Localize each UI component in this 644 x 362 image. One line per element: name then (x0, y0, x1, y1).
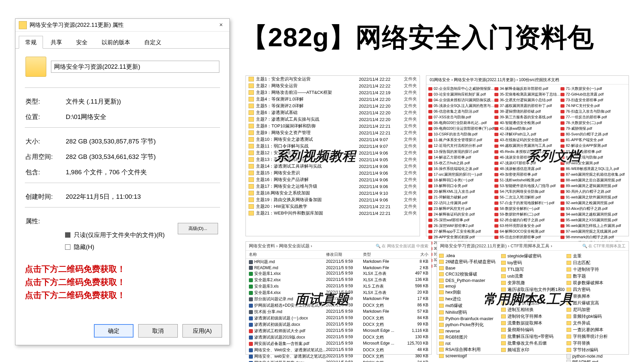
table-row[interactable]: 安全题库2.xlsx2022/11/5 9:59XLSX 工作表136 KB (246, 277, 431, 283)
list-item[interactable]: 主题9：网络安全之资产管理2022/11/4 22:21文件夹 (246, 129, 420, 136)
pdf-item[interactable]: 88-web漏洞之后台器漏洞挖掘.pdf (560, 177, 627, 183)
list-item[interactable]: steghide爆破密码 (501, 253, 565, 259)
pdf-item[interactable]: 85-web安全漏洞.pdf (560, 160, 627, 166)
pdf-item[interactable]: 04-企业级未授权访问漏洞防御实践.pdf (428, 97, 494, 103)
pdf-item[interactable]: 96-web漏洞怎样线上上作漏洞.pdf (560, 223, 627, 229)
pdf-item[interactable]: 07-XSS攻击与防御.pdf (428, 114, 494, 120)
table-row[interactable]: README.md2022/11/5 9:59Markdown File2 KB (246, 265, 431, 270)
list-item[interactable]: 进制转化字符脚本 (501, 313, 565, 320)
pdf-item[interactable]: 02-企业应急响应中心之威胁情报探索.pdf (428, 86, 494, 92)
pdf-item[interactable]: 34-解释金融反欺诈部那些.pdf (494, 86, 560, 92)
table-row[interactable]: 网安面试必备题集—含答案.pdf2022/11/5 9:59Microsoft … (246, 341, 431, 347)
pdf-item[interactable]: 42-详解XPath注入.pdf (494, 131, 560, 137)
pdf-item[interactable]: 87-web漏洞挖掘之机箱信息收集.pdf (560, 172, 627, 177)
pdf-item[interactable]: 48-浅谈敏感信息泄露.pdf (494, 166, 560, 172)
list-item[interactable]: 26键盘密码-手机键盘密码 (439, 258, 499, 265)
table-row[interactable]: 网络安全、web安全、渗透测试之笔试总...2022/11/5 9:59DOCX… (246, 353, 431, 360)
list-item[interactable]: 主题18.网络安全之系统加固2022/11/4 9:10文件夹 (246, 190, 420, 196)
column-header[interactable]: 修改日期 (326, 252, 363, 257)
pdf-item[interactable]: 74-NFC支付安全.pdf (560, 103, 627, 109)
list-item[interactable]: 频域盲水印 (501, 347, 565, 353)
pdf-item[interactable]: 94-web漏洞之越权漏洞挖掘.pdf (560, 212, 627, 217)
list-item[interactable]: reverse (439, 328, 499, 334)
pdf-item[interactable]: 40-智能通信安全检测.pdf (494, 120, 560, 126)
pdf-item[interactable]: 64-解释DOCO安全检测.pdf (494, 229, 560, 234)
tab-1[interactable]: 共享 (44, 36, 68, 49)
pdf-item[interactable]: 03-论安全漏洞响应机制扩展.pdf (428, 92, 494, 97)
list-item[interactable]: 主题14：渗透测试工具讲解与实战2022/11/4 9:06文件夹 (246, 163, 420, 170)
list-item[interactable]: DES_Python-master (439, 278, 499, 283)
list-item[interactable]: 一查比赛的脚本 (567, 326, 627, 333)
table-row[interactable]: 部分面试问题记录.md2022/11/5 9:59Markdown File17… (246, 296, 431, 302)
pdf-item[interactable]: 19-解释弱口令类.pdf (428, 183, 494, 189)
table-row[interactable]: 护网面试题精选+DD安全工程师笔试问...2022/11/5 9:59DOCX … (246, 302, 431, 309)
list-item[interactable]: 主题5：等保测评2.0详解2022/11/4 22:20文件夹 (246, 103, 420, 109)
pdf-item[interactable]: 86-WEB敏感泄露之SQL注入.pdf (560, 166, 627, 172)
list-item[interactable]: 主题4：等保测评1.0详解2022/11/4 22:20文件夹 (246, 96, 420, 103)
pdf-item[interactable]: 46-浅谈安全那些事.pdf (494, 155, 560, 160)
list-item[interactable]: 数字题 (567, 273, 627, 280)
pdf-item[interactable]: 14-解读乙方那些事.pdf (428, 155, 494, 160)
list-item[interactable]: Python-Brainfuck-master (439, 316, 499, 321)
table-row[interactable]: 渗透测试面试题2019版.docx2022/11/5 9:59DOCX 文档13… (246, 334, 431, 341)
list-item[interactable]: Base (439, 265, 499, 271)
table-row[interactable]: 安全题库1.xlsx2022/11/5 9:59XLSX 工作表497 KB (246, 270, 431, 277)
table-row[interactable]: 安全题库3.xls2022/11/5 9:59XLS 工作表598 KB (246, 283, 431, 290)
list-item[interactable]: 主题3：网络攻击前沿——ATT&CK框架2022/11/4 22:19文件夹 (246, 89, 420, 96)
ok-button[interactable]: 确定 (94, 324, 133, 338)
pdf-item[interactable]: 26-深挖WAF那些事2.pdf (428, 223, 494, 229)
list-item[interactable]: 曼彻斯特编码 (501, 326, 565, 333)
list-item[interactable]: hex倒叙 (439, 289, 499, 296)
pdf-item[interactable]: 11-账户体系安全管理探讨.pdf (428, 137, 494, 143)
hidden-checkbox[interactable] (65, 244, 70, 250)
list-item[interactable]: 四方密码 (567, 286, 627, 293)
pdf-item[interactable]: 91-web漏洞之软件漏洞挖掘.pdf (560, 194, 627, 200)
tab-2[interactable]: 安全 (70, 36, 94, 49)
list-item[interactable]: usb流量 (501, 273, 565, 280)
pdf-item[interactable]: 21-辩解能力破解.pdf (428, 194, 494, 200)
pdf-item[interactable]: 65-日志分析的那些事.pdf (494, 234, 560, 240)
readonly-checkbox[interactable] (65, 232, 70, 238)
pdf-item[interactable]: 24-解释验证码的安全.pdf (428, 212, 494, 217)
close-icon[interactable]: × (213, 19, 229, 32)
column-header[interactable]: 名称 (249, 252, 326, 257)
cancel-button[interactable]: 取消 (138, 324, 178, 338)
list-item[interactable]: hex进位 (439, 296, 499, 302)
list-item[interactable]: python-Picke序列化 (439, 321, 499, 328)
pdf-item[interactable]: 95-web漏洞之XSS漏洞挖掘.pdf (560, 217, 627, 223)
list-item[interactable]: 谍战-替换音源后 (501, 300, 565, 306)
list-item[interactable]: 主题19：路由交换及网络设备加固2022/11/4 9:06文件夹 (246, 196, 420, 203)
pdf-item[interactable]: 18-解释弱口令类(一).pdf (428, 177, 494, 183)
pdf-item[interactable]: 93-Alice的白帽子之路.pdf (560, 206, 627, 212)
pdf-item[interactable]: 43-在线验证码的安全隐患.pdf (494, 137, 560, 143)
table-row[interactable]: 渗透测试初级面试题 (一).docx2022/11/5 9:59DOCX 文档8… (246, 315, 431, 321)
list-item[interactable]: 主题6：渗透测试基础2022/11/4 22:20文件夹 (246, 109, 420, 116)
list-item[interactable]: 字符频率统计分析 (567, 333, 627, 340)
dialog-titlebar[interactable]: 网络安全学习资源(2022.11更新) 属性 × (15, 19, 229, 32)
pdf-item[interactable]: 78-大数据安全(二).pdf (560, 120, 627, 126)
files-breadcrumb[interactable]: 网络安全资料 › 网络安全面试题 › (249, 243, 312, 249)
tab-4[interactable]: 自定义 (138, 36, 168, 49)
list-item[interactable]: .idea (439, 253, 499, 258)
list-item[interactable]: 字符替换 (567, 340, 627, 347)
pdf-item[interactable]: 41-浅谈waf防御.pdf (494, 126, 560, 131)
pdf-item[interactable]: 62-跨会健的白帽子之路.pdf (494, 217, 560, 223)
pdf-item[interactable]: 54-汽车的网络安全防御.pdf (494, 189, 560, 194)
apply-button[interactable]: 应用(A) (182, 324, 222, 338)
pdf-item[interactable]: 73-扫盘安全那些事.pdf (560, 97, 627, 103)
pdf-breadcrumb[interactable]: 01网络安全 › 网络安全学习资源(2022.11月更新) › 100份src挖… (426, 76, 629, 84)
folder-name-input[interactable] (51, 61, 219, 73)
pdf-item[interactable]: 71-大数据安全(一).pdf (560, 86, 627, 92)
list-item[interactable]: RGB转图片 (439, 334, 499, 341)
list-item[interactable]: 图片爆破宽高 (567, 300, 627, 306)
pdf-item[interactable]: 35-宏病毒检测及漏洞监测补丁总结.pdf (494, 92, 560, 97)
pdf-item[interactable]: 45-Redis 未授权访问漏洞.pdf (494, 149, 560, 155)
pdf-item[interactable]: 28-APP安全测试初探.pdf (428, 234, 494, 240)
list-item[interactable]: 主题12：安全配置基线2022/11/4 9:06文件夹 (246, 149, 420, 156)
pdf-item[interactable]: 51-浅析webshell检测.pdf (494, 177, 560, 183)
list-item[interactable]: 替换脚本 (567, 293, 627, 300)
pdf-item[interactable]: 05-浅谈企业SQL注入漏洞的危害与防御.pdf (428, 103, 494, 109)
tab-0[interactable]: 常规 (19, 36, 43, 49)
pdf-item[interactable]: 72-GitHub信息泄露.pdf (560, 92, 627, 97)
list-item[interactable]: TTL隐写 (501, 266, 565, 273)
